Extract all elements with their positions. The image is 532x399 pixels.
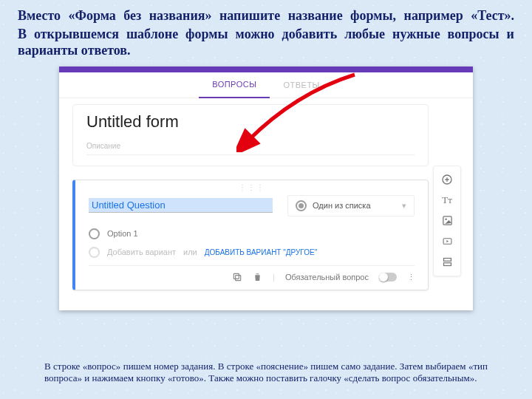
add-option-label[interactable]: Добавить вариант bbox=[107, 248, 176, 256]
question-footer: | Обязательный вопрос ⋮ bbox=[89, 265, 415, 282]
radio-icon bbox=[89, 247, 100, 258]
question-type-select[interactable]: Один из списка ▾ bbox=[287, 195, 415, 216]
add-image-icon[interactable] bbox=[437, 211, 457, 231]
question-title-input[interactable]: Untitled Question bbox=[89, 198, 273, 213]
duplicate-icon[interactable] bbox=[232, 272, 242, 282]
add-video-icon[interactable] bbox=[437, 231, 457, 252]
radio-icon bbox=[89, 228, 100, 239]
chevron-down-icon: ▾ bbox=[402, 201, 406, 211]
instruction-line-1: Вместо «Форма без названия» напишите наз… bbox=[18, 7, 514, 24]
side-toolbar: Tт bbox=[433, 166, 461, 276]
add-other-button[interactable]: ДОБАВИТЬ ВАРИАНТ "ДРУГОЕ" bbox=[205, 248, 318, 256]
form-title-field[interactable]: Untitled form bbox=[86, 112, 415, 132]
footer-note: В строке «вопрос» пишем номер задания. В… bbox=[44, 361, 488, 385]
tab-bar: ВОПРОСЫ ОТВЕТЫ bbox=[59, 72, 473, 98]
radiolist-icon bbox=[296, 200, 307, 211]
svg-rect-7 bbox=[443, 263, 451, 266]
required-label: Обязательный вопрос bbox=[285, 273, 369, 282]
add-title-icon[interactable]: Tт bbox=[437, 190, 457, 211]
forms-screenshot: ВОПРОСЫ ОТВЕТЫ Untitled form Описание ⋮⋮… bbox=[59, 66, 473, 310]
required-toggle[interactable] bbox=[379, 273, 397, 282]
more-icon[interactable]: ⋮ bbox=[407, 276, 415, 279]
add-question-icon[interactable] bbox=[437, 169, 457, 190]
delete-icon[interactable] bbox=[253, 272, 262, 282]
question-type-label: Один из списка bbox=[313, 201, 371, 210]
instruction-line-2: В открывшемся шаблоне формы можно добави… bbox=[18, 26, 514, 59]
drag-handle-icon[interactable]: ⋮⋮⋮ bbox=[239, 183, 265, 191]
option-1-label[interactable]: Option 1 bbox=[107, 229, 138, 238]
form-description-field[interactable]: Описание bbox=[86, 142, 415, 155]
option-row[interactable]: Option 1 bbox=[89, 228, 415, 239]
tab-answers[interactable]: ОТВЕТЫ bbox=[270, 72, 332, 98]
svg-rect-6 bbox=[443, 259, 451, 262]
tab-questions[interactable]: ВОПРОСЫ bbox=[199, 72, 270, 98]
svg-rect-1 bbox=[233, 273, 239, 279]
question-card[interactable]: ⋮⋮⋮ Untitled Question Один из списка ▾ O… bbox=[72, 180, 429, 290]
add-section-icon[interactable] bbox=[437, 252, 457, 273]
or-label: или bbox=[183, 248, 197, 256]
svg-rect-3 bbox=[443, 216, 451, 225]
form-header-card: Untitled form Описание bbox=[72, 104, 429, 166]
svg-rect-0 bbox=[236, 275, 241, 280]
svg-point-4 bbox=[445, 218, 447, 220]
add-option-row[interactable]: Добавить вариант или ДОБАВИТЬ ВАРИАНТ "Д… bbox=[89, 247, 415, 258]
